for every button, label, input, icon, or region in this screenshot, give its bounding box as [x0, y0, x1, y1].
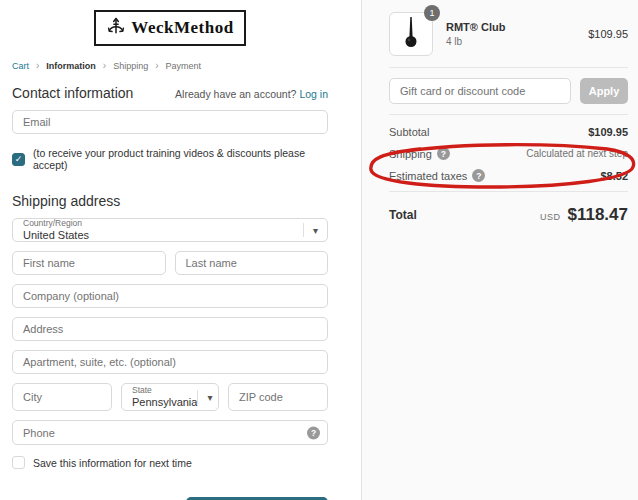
store-logo[interactable]: WeckMethod [94, 10, 245, 46]
product-name: RMT® Club [446, 20, 505, 34]
breadcrumb-shipping: Shipping [113, 61, 148, 71]
last-name-field[interactable] [175, 251, 329, 275]
state-label: State [132, 386, 197, 396]
total-row: Total USD $118.47 [389, 205, 628, 225]
total-label: Total [389, 208, 417, 222]
divider [389, 191, 628, 192]
breadcrumb-payment: Payment [166, 61, 202, 71]
company-field[interactable] [12, 284, 328, 308]
subtotal-label: Subtotal [389, 126, 429, 138]
shipping-help-icon[interactable]: ? [437, 147, 450, 160]
chevron-right-icon: › [103, 60, 106, 71]
save-info-label: Save this information for next time [33, 457, 192, 469]
quantity-badge: 1 [424, 5, 440, 21]
login-link[interactable]: Log in [299, 88, 328, 100]
breadcrumb-information: Information [46, 61, 96, 71]
email-field[interactable] [12, 110, 328, 134]
breadcrumb: Cart › Information › Shipping › Payment [12, 60, 328, 71]
subtotal-row: Subtotal $109.95 [389, 126, 628, 138]
shipping-value: Calculated at next step [526, 148, 628, 159]
chevron-down-icon: ▾ [198, 392, 221, 403]
taxes-value: $8.52 [600, 170, 628, 182]
taxes-help-icon[interactable]: ? [472, 169, 485, 182]
checkout-page: WeckMethod Cart › Information › Shipping… [0, 0, 638, 500]
chevron-down-icon: ▾ [304, 225, 327, 236]
divider [389, 114, 628, 115]
city-state-zip-row: State Pennsylvania ▾ [12, 383, 328, 411]
country-label: Country/Region [23, 219, 89, 229]
state-value: Pennsylvania [132, 396, 197, 409]
contact-heading: Contact information [12, 85, 133, 101]
country-select[interactable]: Country/Region United States ▾ [12, 218, 328, 242]
order-summary: 1 RMT® Club 4 lb $109.95 Apply [361, 0, 638, 500]
optin-row: ✓ (to receive your product training vide… [12, 147, 328, 171]
account-prompt: Already have an account? Log in [175, 88, 328, 100]
product-price: $109.95 [588, 28, 628, 40]
apartment-field[interactable] [12, 350, 328, 374]
check-icon: ✓ [12, 453, 25, 472]
zip-field[interactable] [228, 383, 328, 411]
weckmethod-logo-icon [106, 16, 126, 40]
apply-button[interactable]: Apply [580, 78, 628, 104]
save-info-row: ✓ Save this information for next time [12, 456, 328, 469]
divider [389, 67, 628, 68]
phone-field-wrap: ? [12, 420, 328, 445]
address-field[interactable] [12, 317, 328, 341]
shipping-heading: Shipping address [12, 193, 328, 209]
country-value: United States [23, 229, 89, 242]
gift-card-row: Apply [389, 78, 628, 104]
store-header: WeckMethod [12, 10, 328, 46]
city-field[interactable] [12, 383, 112, 411]
product-variant: 4 lb [446, 35, 505, 48]
contact-section-header: Contact information Already have an acco… [12, 85, 328, 101]
subtotal-value: $109.95 [588, 126, 628, 138]
phone-help-icon[interactable]: ? [307, 426, 320, 439]
email-field-wrap [12, 110, 328, 134]
totals-block: Subtotal $109.95 Shipping ? Calculated a… [389, 126, 628, 182]
chevron-right-icon: › [36, 60, 39, 71]
chevron-right-icon: › [155, 60, 158, 71]
name-row [12, 251, 328, 275]
total-amount: $118.47 [567, 205, 628, 225]
shipping-label: Shipping [389, 148, 432, 160]
product-thumbnail: 1 [389, 12, 433, 56]
save-info-checkbox[interactable]: ✓ [12, 456, 25, 469]
checkout-main: WeckMethod Cart › Information › Shipping… [0, 0, 361, 500]
gift-card-input[interactable] [389, 78, 571, 104]
taxes-label: Estimated taxes [389, 170, 467, 182]
optin-checkbox[interactable]: ✓ [12, 153, 25, 166]
currency-code: USD [540, 212, 561, 222]
rmt-club-product-icon [396, 15, 426, 53]
breadcrumb-cart[interactable]: Cart [12, 61, 29, 71]
estimated-taxes-row: Estimated taxes ? $8.52 [389, 169, 628, 182]
product-line-item: 1 RMT® Club 4 lb $109.95 [389, 12, 628, 56]
optin-label: (to receive your product training videos… [33, 147, 328, 171]
shipping-row: Shipping ? Calculated at next step [389, 147, 628, 160]
check-icon: ✓ [15, 154, 23, 164]
state-select[interactable]: State Pennsylvania ▾ [121, 383, 219, 411]
first-name-field[interactable] [12, 251, 166, 275]
phone-field[interactable] [12, 420, 328, 445]
store-name: WeckMethod [131, 18, 233, 38]
